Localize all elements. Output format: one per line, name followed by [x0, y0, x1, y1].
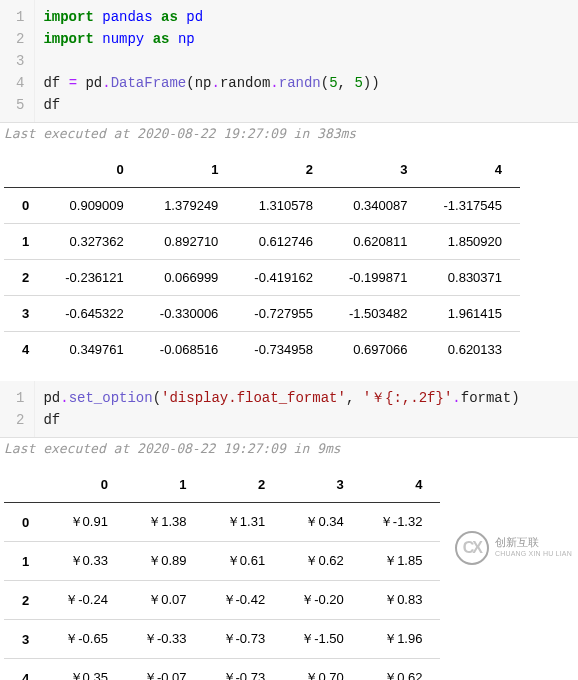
cell: 0.697066 — [331, 332, 426, 368]
watermark-text-top: 创新互联 — [495, 536, 572, 548]
cell: ￥0.91 — [47, 503, 126, 542]
cell: ￥-0.42 — [205, 581, 284, 620]
cell: ￥-0.20 — [283, 581, 362, 620]
cell: -0.734958 — [236, 332, 331, 368]
cell: 1.379249 — [142, 188, 237, 224]
cell: -0.199871 — [331, 260, 426, 296]
col-header: 0 — [47, 152, 142, 188]
cell: ￥0.07 — [126, 581, 205, 620]
cell: ￥-0.07 — [126, 659, 205, 681]
cell: 1.850920 — [425, 224, 520, 260]
cell: -1.503482 — [331, 296, 426, 332]
col-header: 3 — [283, 467, 362, 503]
cell: ￥0.70 — [283, 659, 362, 681]
code-editor[interactable]: pd.set_option('display.float_format', '￥… — [35, 381, 527, 437]
row-header: 0 — [4, 503, 47, 542]
table-row: 40.349761-0.068516-0.7349580.6970660.620… — [4, 332, 520, 368]
watermark: CX 创新互联 CHUANG XIN HU LIAN — [455, 531, 572, 565]
cell: ￥0.62 — [283, 542, 362, 581]
table-row: 10.3273620.8927100.6127460.6208111.85092… — [4, 224, 520, 260]
output-area-1: 012340￥0.91￥1.38￥1.31￥0.34￥-1.321￥0.33￥0… — [0, 459, 578, 680]
row-header: 4 — [4, 332, 47, 368]
cell: ￥0.33 — [47, 542, 126, 581]
cell: 0.620811 — [331, 224, 426, 260]
cell: ￥-0.65 — [47, 620, 126, 659]
cell: ￥-1.32 — [362, 503, 441, 542]
execution-status: Last executed at 2020-08-22 19:27:09 in … — [0, 123, 578, 144]
row-header: 4 — [4, 659, 47, 681]
row-header: 0 — [4, 188, 47, 224]
output-table-1: 012340￥0.91￥1.38￥1.31￥0.34￥-1.321￥0.33￥0… — [4, 467, 440, 680]
cell: -0.330006 — [142, 296, 237, 332]
cell: 1.961415 — [425, 296, 520, 332]
gutter: 12345 — [0, 0, 35, 122]
table-row: 4￥0.35￥-0.07￥-0.73￥0.70￥0.62 — [4, 659, 440, 681]
gutter: 12 — [0, 381, 35, 437]
cell: -1.317545 — [425, 188, 520, 224]
cell: ￥1.96 — [362, 620, 441, 659]
cell: 1.310578 — [236, 188, 331, 224]
cell: ￥0.35 — [47, 659, 126, 681]
cell: ￥0.62 — [362, 659, 441, 681]
cell: 0.909009 — [47, 188, 142, 224]
cell: 0.612746 — [236, 224, 331, 260]
table-row: 00.9090091.3792491.3105780.340087-1.3175… — [4, 188, 520, 224]
cell: ￥1.31 — [205, 503, 284, 542]
code-cell-1[interactable]: 12pd.set_option('display.float_format', … — [0, 381, 578, 438]
col-header: 1 — [126, 467, 205, 503]
col-header: 4 — [425, 152, 520, 188]
cell: 0.892710 — [142, 224, 237, 260]
cell: -0.236121 — [47, 260, 142, 296]
execution-status: Last executed at 2020-08-22 19:27:09 in … — [0, 438, 578, 459]
cell: 0.349761 — [47, 332, 142, 368]
cell: 0.340087 — [331, 188, 426, 224]
cell: -0.068516 — [142, 332, 237, 368]
col-header: 2 — [205, 467, 284, 503]
table-row: 3-0.645322-0.330006-0.727955-1.5034821.9… — [4, 296, 520, 332]
cell: 0.830371 — [425, 260, 520, 296]
watermark-text-bottom: CHUANG XIN HU LIAN — [495, 548, 572, 560]
cell: ￥0.34 — [283, 503, 362, 542]
cell: ￥-0.33 — [126, 620, 205, 659]
output-area-0: 0123400.9090091.3792491.3105780.340087-1… — [0, 144, 578, 381]
cell: 0.327362 — [47, 224, 142, 260]
row-header: 3 — [4, 620, 47, 659]
table-row: 0￥0.91￥1.38￥1.31￥0.34￥-1.32 — [4, 503, 440, 542]
cell: ￥0.89 — [126, 542, 205, 581]
cell: ￥0.83 — [362, 581, 441, 620]
code-editor[interactable]: import pandas as pd import numpy as np d… — [35, 0, 387, 122]
col-header: 3 — [331, 152, 426, 188]
code-cell-0[interactable]: 12345import pandas as pd import numpy as… — [0, 0, 578, 123]
col-header: 4 — [362, 467, 441, 503]
row-header: 2 — [4, 581, 47, 620]
row-header: 3 — [4, 296, 47, 332]
cell: ￥-0.24 — [47, 581, 126, 620]
table-row: 2￥-0.24￥0.07￥-0.42￥-0.20￥0.83 — [4, 581, 440, 620]
cell: -0.645322 — [47, 296, 142, 332]
col-header: 1 — [142, 152, 237, 188]
cell: ￥1.85 — [362, 542, 441, 581]
table-row: 2-0.2361210.066999-0.419162-0.1998710.83… — [4, 260, 520, 296]
col-header: 2 — [236, 152, 331, 188]
col-header: 0 — [47, 467, 126, 503]
row-header: 1 — [4, 224, 47, 260]
watermark-logo-icon: CX — [455, 531, 489, 565]
output-table-0: 0123400.9090091.3792491.3105780.340087-1… — [4, 152, 520, 367]
cell: ￥-0.73 — [205, 659, 284, 681]
cell: ￥-0.73 — [205, 620, 284, 659]
cell: ￥-1.50 — [283, 620, 362, 659]
row-header: 1 — [4, 542, 47, 581]
row-header: 2 — [4, 260, 47, 296]
cell: -0.727955 — [236, 296, 331, 332]
cell: -0.419162 — [236, 260, 331, 296]
table-row: 1￥0.33￥0.89￥0.61￥0.62￥1.85 — [4, 542, 440, 581]
cell: ￥1.38 — [126, 503, 205, 542]
cell: ￥0.61 — [205, 542, 284, 581]
cell: 0.066999 — [142, 260, 237, 296]
table-row: 3￥-0.65￥-0.33￥-0.73￥-1.50￥1.96 — [4, 620, 440, 659]
cell: 0.620133 — [425, 332, 520, 368]
